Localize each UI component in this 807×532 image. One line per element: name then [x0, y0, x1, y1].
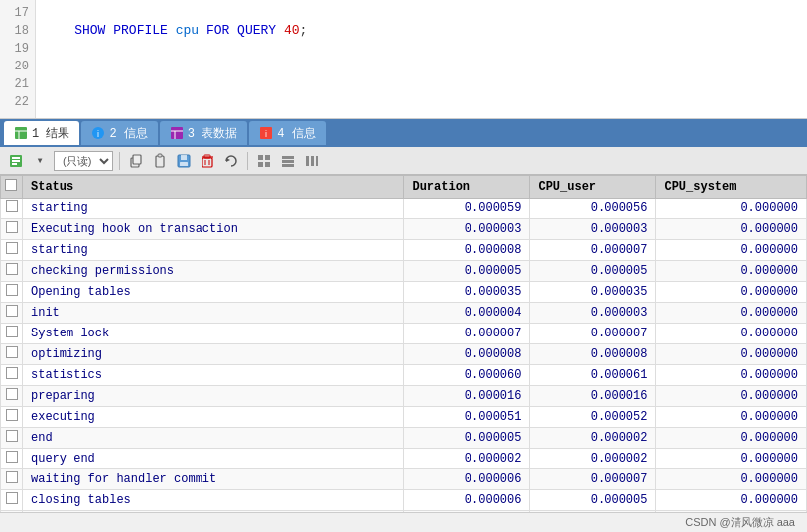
cell-cpu-user: 0.000003 — [530, 219, 656, 240]
cell-duration: 0.000007 — [404, 324, 530, 344]
line-numbers: 17 18 19 20 21 22 — [0, 0, 36, 118]
cell-duration: 0.000004 — [404, 303, 530, 324]
cell-cpu-user: 0.000003 — [530, 303, 656, 324]
col-header-check[interactable] — [1, 176, 23, 199]
cell-cpu-system: 0.000000 — [656, 199, 807, 219]
table-row[interactable]: executing 0.000051 0.000052 0.000000 — [1, 407, 807, 428]
tabs-bar: 1 结果 i 2 信息 3 表数据 i 4 信息 — [0, 119, 807, 147]
export-icon[interactable] — [6, 151, 26, 171]
refresh-icon[interactable] — [221, 151, 241, 171]
svg-rect-21 — [202, 158, 212, 167]
cell-status: System lock — [23, 324, 404, 344]
row-check-cell[interactable] — [1, 490, 23, 511]
tab-info2[interactable]: i 4 信息 — [249, 121, 325, 145]
separator2 — [247, 152, 248, 170]
tab-info[interactable]: i 2 信息 — [81, 121, 157, 145]
svg-rect-29 — [258, 162, 263, 167]
row-check-cell[interactable] — [1, 261, 23, 282]
dropdown-icon[interactable]: ▾ — [30, 151, 50, 171]
cell-cpu-system: 0.000000 — [656, 240, 807, 261]
paste-icon[interactable] — [150, 151, 170, 171]
svg-rect-0 — [15, 127, 27, 139]
tab2-label: 2 信息 — [109, 125, 147, 142]
cell-cpu-system: 0.000000 — [656, 261, 807, 282]
cell-cpu-user: 0.000002 — [530, 428, 656, 449]
row-check-cell[interactable] — [1, 386, 23, 407]
table-row[interactable]: Opening tables 0.000035 0.000035 0.00000… — [1, 282, 807, 303]
save-icon[interactable] — [174, 151, 194, 171]
cell-status: end — [23, 428, 404, 449]
cell-cpu-system: 0.000000 — [656, 303, 807, 324]
svg-rect-5 — [171, 127, 183, 139]
col-header-cpu-system[interactable]: CPU_system — [656, 176, 807, 199]
cell-cpu-system: 0.000000 — [656, 407, 807, 428]
svg-rect-20 — [180, 162, 188, 166]
cell-cpu-system: 0.000000 — [656, 469, 807, 490]
table-header-row: Status Duration CPU_user CPU_system — [1, 176, 807, 199]
table-row[interactable]: System lock 0.000007 0.000007 0.000000 — [1, 324, 807, 344]
row-check-cell[interactable] — [1, 199, 23, 219]
svg-rect-15 — [133, 155, 141, 164]
svg-rect-27 — [258, 155, 263, 160]
table-row[interactable]: checking permissions 0.000005 0.000005 0… — [1, 261, 807, 282]
row-check-cell[interactable] — [1, 303, 23, 324]
col-header-status[interactable]: Status — [23, 176, 404, 199]
cell-status: checking permissions — [23, 261, 404, 282]
grid-icon[interactable] — [254, 151, 274, 171]
table-row[interactable]: query end 0.000002 0.000002 0.000000 — [1, 449, 807, 469]
table-row[interactable]: preparing 0.000016 0.000016 0.000000 — [1, 386, 807, 407]
cell-cpu-user: 0.000061 — [530, 365, 656, 386]
cell-cpu-user: 0.000016 — [530, 386, 656, 407]
tab-tabledata[interactable]: 3 表数据 — [160, 121, 247, 145]
cell-duration: 0.000008 — [404, 240, 530, 261]
cell-status: Opening tables — [23, 282, 404, 303]
col-header-cpu-user[interactable]: CPU_user — [530, 176, 656, 199]
svg-rect-30 — [265, 162, 270, 167]
copy-icon[interactable] — [126, 151, 146, 171]
cell-cpu-system: 0.000000 — [656, 282, 807, 303]
cell-cpu-user: 0.000052 — [530, 407, 656, 428]
table-row[interactable]: optimizing 0.000008 0.000008 0.000000 — [1, 344, 807, 365]
table-body: starting 0.000059 0.000056 0.000000 Exec… — [1, 199, 807, 513]
row-check-cell[interactable] — [1, 282, 23, 303]
row-check-cell[interactable] — [1, 469, 23, 490]
delete-icon[interactable] — [198, 151, 217, 171]
readonly-select[interactable]: (只读) — [54, 151, 113, 171]
cell-cpu-system: 0.000000 — [656, 344, 807, 365]
results-table-wrapper[interactable]: Status Duration CPU_user CPU_system star… — [0, 175, 807, 512]
cell-duration: 0.000060 — [404, 365, 530, 386]
row-check-cell[interactable] — [1, 428, 23, 449]
svg-rect-35 — [311, 156, 314, 166]
cell-duration: 0.000008 — [404, 344, 530, 365]
row-check-cell[interactable] — [1, 324, 23, 344]
tab4-label: 4 信息 — [277, 125, 315, 142]
row-check-cell[interactable] — [1, 219, 23, 240]
row-check-cell[interactable] — [1, 240, 23, 261]
row-check-cell[interactable] — [1, 365, 23, 386]
row-check-cell[interactable] — [1, 449, 23, 469]
table-row[interactable]: end 0.000005 0.000002 0.000000 — [1, 428, 807, 449]
col-header-duration[interactable]: Duration — [404, 176, 530, 199]
columns-icon[interactable] — [302, 151, 322, 171]
tab-results[interactable]: 1 结果 — [4, 121, 79, 145]
svg-rect-17 — [158, 154, 162, 157]
table-row[interactable]: waiting for handler commit 0.000006 0.00… — [1, 469, 807, 490]
table-icon — [14, 126, 28, 140]
cell-status: executing — [23, 407, 404, 428]
row-check-cell[interactable] — [1, 344, 23, 365]
svg-rect-11 — [12, 157, 20, 159]
code-content[interactable]: SHOW PROFILE cpu FOR QUERY 40; — [36, 0, 807, 118]
status-bar: CSDN @清风微凉 aaa — [0, 512, 807, 532]
table-row[interactable]: starting 0.000008 0.000007 0.000000 — [1, 240, 807, 261]
table-row[interactable]: starting 0.000059 0.000056 0.000000 — [1, 199, 807, 219]
cell-status: closing tables — [23, 490, 404, 511]
table-row[interactable]: Executing hook on transaction 0.000003 0… — [1, 219, 807, 240]
cell-status: optimizing — [23, 344, 404, 365]
table-row[interactable]: statistics 0.000060 0.000061 0.000000 — [1, 365, 807, 386]
table-row[interactable]: init 0.000004 0.000003 0.000000 — [1, 303, 807, 324]
toolbar: ▾ (只读) — [0, 147, 807, 175]
table-row[interactable]: closing tables 0.000006 0.000005 0.00000… — [1, 490, 807, 511]
cell-cpu-user: 0.000008 — [530, 344, 656, 365]
list-icon[interactable] — [278, 151, 298, 171]
row-check-cell[interactable] — [1, 407, 23, 428]
